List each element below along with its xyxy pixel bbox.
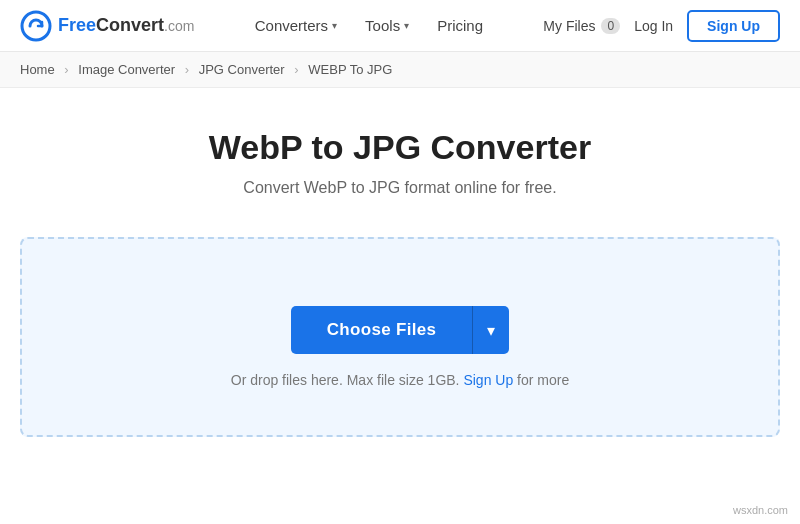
my-files-badge: 0 <box>601 18 620 34</box>
logo-domain: .com <box>164 18 194 34</box>
breadcrumb: Home › Image Converter › JPG Converter ›… <box>0 52 800 88</box>
breadcrumb-jpg-converter[interactable]: JPG Converter <box>199 62 285 77</box>
drop-hint-prefix: Or drop files here. Max file size 1GB. <box>231 372 460 388</box>
drop-hint-signup-link[interactable]: Sign Up <box>463 372 513 388</box>
drop-zone[interactable]: Choose Files ▾ Or drop files here. Max f… <box>20 237 780 437</box>
breadcrumb-sep-2: › <box>185 62 189 77</box>
nav-link-tools[interactable]: Tools ▾ <box>365 17 409 34</box>
login-link[interactable]: Log In <box>634 18 673 34</box>
nav-item-tools[interactable]: Tools ▾ <box>365 17 409 34</box>
logo[interactable]: FreeConvert.com <box>20 10 194 42</box>
breadcrumb-sep-1: › <box>64 62 68 77</box>
nav-link-converters[interactable]: Converters ▾ <box>255 17 337 34</box>
nav-item-converters[interactable]: Converters ▾ <box>255 17 337 34</box>
logo-text: FreeConvert.com <box>58 15 194 36</box>
svg-point-0 <box>22 12 50 40</box>
main-content: WebP to JPG Converter Convert WebP to JP… <box>0 88 800 457</box>
chevron-down-icon: ▾ <box>404 20 409 31</box>
header-right: My Files 0 Log In Sign Up <box>543 10 780 42</box>
choose-files-button[interactable]: Choose Files <box>291 306 472 354</box>
header: FreeConvert.com Converters ▾ Tools ▾ Pri… <box>0 0 800 52</box>
page-subtitle: Convert WebP to JPG format online for fr… <box>20 179 780 197</box>
nav-link-pricing[interactable]: Pricing <box>437 17 483 34</box>
breadcrumb-home[interactable]: Home <box>20 62 55 77</box>
logo-free: Free <box>58 15 96 35</box>
watermark: wsxdn.com <box>729 502 792 518</box>
breadcrumb-image-converter[interactable]: Image Converter <box>78 62 175 77</box>
signup-button[interactable]: Sign Up <box>687 10 780 42</box>
breadcrumb-current: WEBP To JPG <box>308 62 392 77</box>
choose-files-group: Choose Files ▾ <box>291 306 509 354</box>
logo-icon <box>20 10 52 42</box>
choose-files-dropdown-button[interactable]: ▾ <box>472 306 509 354</box>
page-title: WebP to JPG Converter <box>20 128 780 167</box>
logo-convert: Convert <box>96 15 164 35</box>
chevron-down-icon: ▾ <box>332 20 337 31</box>
nav: Converters ▾ Tools ▾ Pricing <box>255 17 483 34</box>
nav-item-pricing[interactable]: Pricing <box>437 17 483 34</box>
breadcrumb-sep-3: › <box>294 62 298 77</box>
dropdown-chevron-icon: ▾ <box>487 322 495 339</box>
my-files-link[interactable]: My Files 0 <box>543 18 620 34</box>
drop-hint: Or drop files here. Max file size 1GB. S… <box>231 372 569 388</box>
